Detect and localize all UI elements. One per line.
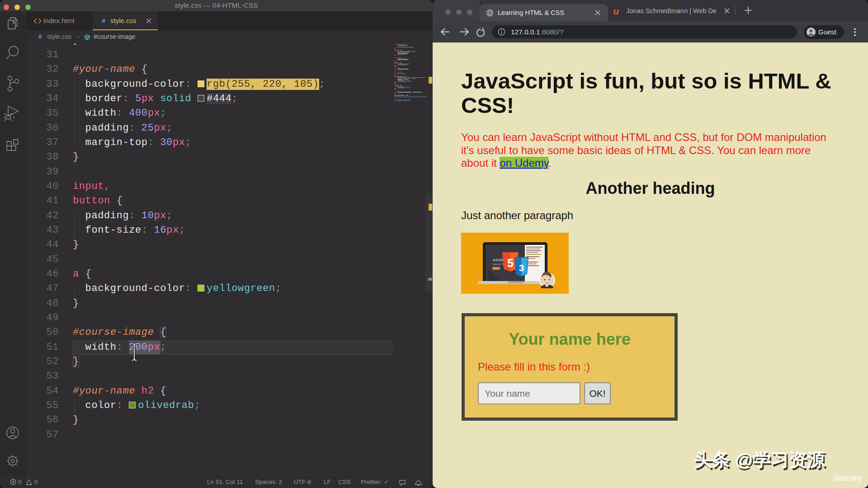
- svg-text:5: 5: [507, 257, 514, 269]
- svg-text:3: 3: [519, 263, 524, 273]
